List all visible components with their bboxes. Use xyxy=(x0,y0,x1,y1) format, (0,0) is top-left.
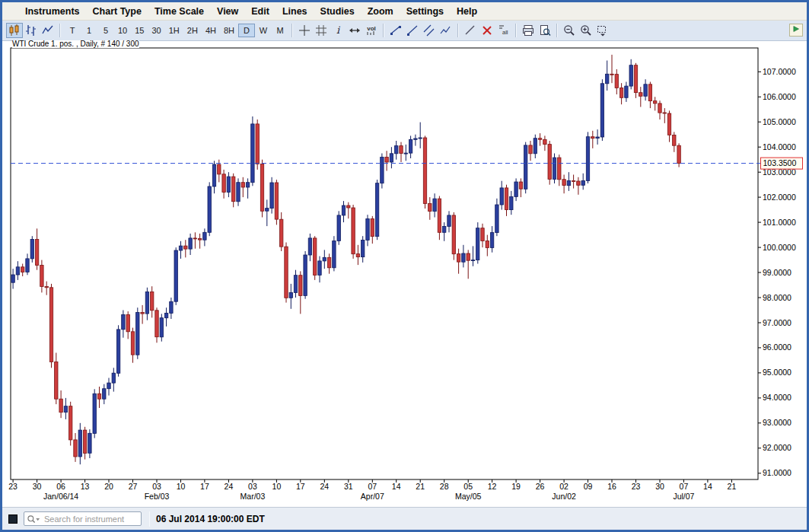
svg-text:92.0000: 92.0000 xyxy=(763,443,791,452)
print-button[interactable] xyxy=(520,23,537,38)
delete-drawings-button[interactable] xyxy=(479,23,495,38)
trend-line-icon xyxy=(389,24,403,37)
channel-button[interactable] xyxy=(421,23,438,38)
zoom-out-icon xyxy=(562,24,576,37)
crosshair-button[interactable] xyxy=(296,23,313,38)
svg-text:30: 30 xyxy=(655,482,664,491)
polyline-button[interactable] xyxy=(438,23,454,38)
svg-text:07: 07 xyxy=(368,482,377,491)
timeframe-d-button[interactable]: D xyxy=(238,24,255,37)
svg-text:106.0000: 106.0000 xyxy=(763,92,796,101)
info-icon: i xyxy=(331,24,345,37)
toolbar-separator xyxy=(515,24,517,37)
timeframe-1h-button[interactable]: 1H xyxy=(165,24,183,37)
zoom-area-icon xyxy=(596,24,610,37)
timeframe-m-button[interactable]: M xyxy=(272,24,288,37)
menu-zoom[interactable]: Zoom xyxy=(368,6,393,17)
menu-chart-type[interactable]: Chart Type xyxy=(93,6,142,17)
statusbar-divider xyxy=(149,511,150,527)
svg-text:20: 20 xyxy=(104,482,113,491)
info-button[interactable]: i xyxy=(330,23,346,38)
svg-text:102.0000: 102.0000 xyxy=(763,193,796,202)
candlestick-price-chart[interactable]: 91.000092.000093.000094.000095.000096.00… xyxy=(2,41,807,507)
menu-edit[interactable]: Edit xyxy=(251,6,269,17)
timeframe-w-button[interactable]: W xyxy=(255,24,272,37)
timeframe-4h-button[interactable]: 4H xyxy=(202,24,220,37)
horizontal-scroll-button[interactable] xyxy=(346,23,363,38)
svg-text:12: 12 xyxy=(488,482,497,491)
grid-button[interactable] xyxy=(313,23,330,38)
svg-text:vol: vol xyxy=(367,25,376,32)
svg-text:98.0000: 98.0000 xyxy=(763,293,791,302)
svg-text:Jul/07: Jul/07 xyxy=(673,492,694,501)
horizontal-scroll-icon xyxy=(348,24,362,37)
app-window: InstrumentsChart TypeTime ScaleViewEditL… xyxy=(0,0,809,532)
ohlc-bars-chart-icon xyxy=(24,24,38,37)
add-line-button[interactable] xyxy=(462,23,479,38)
delete-drawings-icon xyxy=(480,24,494,37)
menu-help[interactable]: Help xyxy=(457,6,477,17)
svg-text:03: 03 xyxy=(248,482,257,491)
svg-text:24: 24 xyxy=(225,482,234,491)
line-chart-icon xyxy=(41,24,55,37)
svg-text:09: 09 xyxy=(584,482,593,491)
trend-line-button[interactable] xyxy=(387,23,404,38)
ray-line-button[interactable] xyxy=(404,23,421,38)
svg-text:07: 07 xyxy=(680,482,689,491)
timeframe-15-button[interactable]: 15 xyxy=(131,24,148,37)
crosshair-icon xyxy=(298,24,311,37)
svg-text:95.0000: 95.0000 xyxy=(763,368,791,377)
menu-lines[interactable]: Lines xyxy=(282,6,307,17)
toolbar-separator xyxy=(383,24,384,37)
instrument-color-square xyxy=(8,514,18,524)
menu-studies[interactable]: Studies xyxy=(320,6,355,17)
expand-arrow-icon xyxy=(791,24,801,37)
svg-text:91.0000: 91.0000 xyxy=(763,468,791,477)
menu-time-scale[interactable]: Time Scale xyxy=(154,6,204,17)
svg-text:30: 30 xyxy=(33,482,42,491)
svg-text:105.0000: 105.0000 xyxy=(763,117,796,126)
chart-title: WTI Crude 1. pos. , Daily, # 140 / 300 xyxy=(12,40,139,48)
ray-line-icon xyxy=(406,24,419,37)
zoom-out-button[interactable] xyxy=(561,23,578,38)
timeframe-t-button[interactable]: T xyxy=(64,24,81,37)
svg-text:21: 21 xyxy=(728,482,737,491)
search-input[interactable] xyxy=(24,511,142,526)
candlestick-chart-button[interactable] xyxy=(6,23,23,38)
timeframe-30-button[interactable]: 30 xyxy=(148,24,165,37)
show-all-drawings-button[interactable]: all xyxy=(495,23,512,38)
timeframe-10-button[interactable]: 10 xyxy=(114,24,131,37)
menu-instruments[interactable]: Instruments xyxy=(25,6,80,17)
timeframe-2h-button[interactable]: 2H xyxy=(183,24,202,37)
zoom-in-button[interactable] xyxy=(578,23,594,38)
print-preview-button[interactable] xyxy=(537,23,553,38)
menu-settings[interactable]: Settings xyxy=(406,6,444,17)
channel-icon xyxy=(422,24,436,37)
ohlc-bars-chart-button[interactable] xyxy=(23,23,40,38)
timeframe-1-button[interactable]: 1 xyxy=(81,24,97,37)
line-chart-button[interactable] xyxy=(40,23,56,38)
timeframe-8h-button[interactable]: 8H xyxy=(220,24,238,37)
svg-text:101.0000: 101.0000 xyxy=(763,218,796,227)
svg-text:27: 27 xyxy=(129,482,138,491)
status-bar: 06 Jul 2014 19:00:00 EDT xyxy=(2,507,807,530)
volume-icon: vol xyxy=(365,24,378,37)
svg-text:17: 17 xyxy=(200,482,209,491)
svg-text:03: 03 xyxy=(152,482,161,491)
server-time: 06 Jul 2014 19:00:00 EDT xyxy=(156,514,265,524)
menu-view[interactable]: View xyxy=(217,6,238,17)
candlestick-chart-icon xyxy=(8,24,21,37)
zoom-area-button[interactable] xyxy=(594,23,611,38)
svg-text:Mar/03: Mar/03 xyxy=(240,492,266,501)
svg-text:23: 23 xyxy=(8,482,18,491)
volume-button[interactable]: vol xyxy=(363,23,380,38)
svg-text:21: 21 xyxy=(416,482,425,491)
svg-text:100.0000: 100.0000 xyxy=(763,243,796,252)
svg-text:103.3500: 103.3500 xyxy=(763,158,797,167)
chart-panel: WTI Crude 1. pos. , Daily, # 140 / 300 9… xyxy=(2,41,807,507)
timeframe-5-button[interactable]: 5 xyxy=(97,24,114,37)
svg-text:107.0000: 107.0000 xyxy=(763,67,796,76)
toolbar-separator xyxy=(291,24,293,37)
expand-panel-button[interactable] xyxy=(789,24,803,37)
zoom-in-icon xyxy=(579,24,593,37)
